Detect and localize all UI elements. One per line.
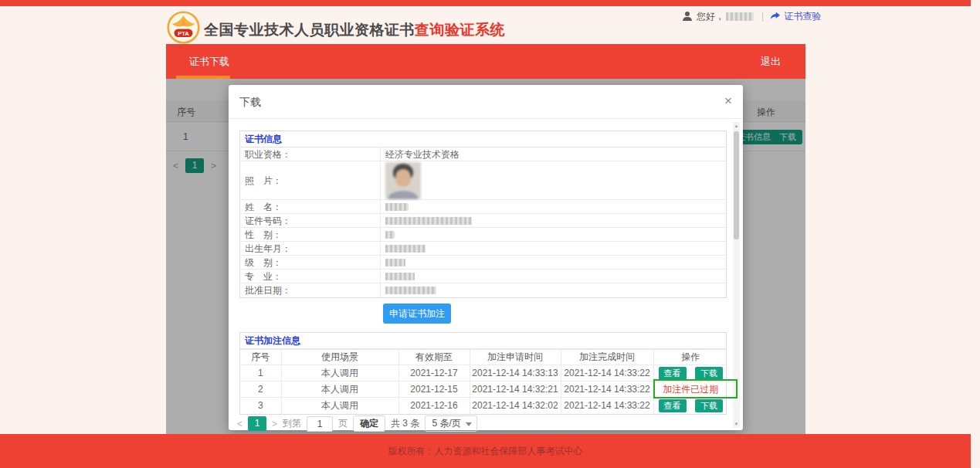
field-row-level: 级 别：	[240, 256, 726, 270]
field-value	[381, 270, 726, 283]
portrait-photo	[385, 162, 421, 199]
page-footer: 版权所有：人力资源和社会保障部人事考试中心	[0, 434, 971, 468]
user-info-bar: 您好， | 证书查验	[683, 10, 821, 22]
prev-page-icon[interactable]: <	[237, 419, 242, 429]
field-label: 级 别：	[240, 256, 381, 269]
field-label: 职业资格：	[240, 148, 381, 161]
field-label: 专 业：	[240, 270, 381, 283]
annotation-table-header: 序号 使用场景 有效期至 加注申请时间 加注完成时间 操作	[240, 350, 727, 365]
modal-header: 下载 ×	[229, 85, 743, 119]
field-row-gender: 性 别：	[240, 228, 726, 242]
pta-logo-icon: PTA	[167, 11, 200, 44]
scroll-down-icon[interactable]: ▼	[733, 420, 740, 428]
col-action: 操作	[653, 350, 727, 365]
logo-text: PTA	[178, 30, 189, 37]
app-window: PTA 全国专业技术人员职业资格证书查询验证系统 您好， | 证书查验 证书下载…	[0, 0, 980, 468]
field-row-id-number: 证件号码：	[240, 214, 726, 228]
download-modal: 下载 × 证书信息 职业资格： 经济专业技术资格 照 片： 姓 名：	[229, 85, 743, 430]
confirm-button[interactable]: 确定	[353, 415, 385, 432]
close-icon[interactable]: ×	[724, 93, 732, 109]
field-row-birth: 出生年月：	[240, 242, 726, 256]
field-label: 证件号码：	[240, 214, 381, 227]
total-count-label: 共 3 条	[391, 417, 419, 430]
field-row-qualification: 职业资格： 经济专业技术资格	[240, 148, 726, 161]
page-1-button[interactable]: 1	[248, 416, 266, 431]
highlight-box-expired	[653, 379, 738, 398]
field-row-name: 姓 名：	[240, 200, 726, 214]
field-label: 出生年月：	[240, 242, 381, 255]
modal-title: 下载	[239, 96, 261, 110]
field-row-photo: 照 片：	[240, 161, 726, 200]
field-row-major: 专 业：	[240, 270, 726, 283]
certificate-info-title: 证书信息	[240, 131, 726, 148]
download-button[interactable]: 下载	[695, 399, 723, 412]
field-value: 经济专业技术资格	[381, 148, 726, 161]
goto-suffix-label: 页	[338, 417, 348, 430]
scroll-up-icon[interactable]: ▲	[733, 122, 740, 130]
logout-button[interactable]: 退出	[761, 44, 781, 79]
user-icon	[683, 12, 693, 21]
field-row-approval-date: 批准日期：	[240, 283, 726, 297]
field-label: 照 片：	[240, 161, 381, 199]
divider: |	[761, 11, 764, 22]
page-size-value: 5 条/页	[432, 418, 460, 429]
user-name-redacted	[726, 12, 754, 21]
caret-down-icon	[466, 422, 472, 426]
field-value	[381, 228, 726, 241]
share-arrow-icon	[770, 11, 781, 22]
col-seq: 序号	[240, 350, 281, 365]
field-value	[381, 214, 726, 227]
goto-prefix-label: 到第	[283, 417, 301, 430]
col-apply-time: 加注申请时间	[470, 350, 561, 365]
col-scene: 使用场景	[281, 350, 398, 365]
page-title: 全国专业技术人员职业资格证书查询验证系统	[204, 20, 505, 40]
col-valid-until: 有效期至	[398, 350, 470, 365]
annotation-info-title: 证书加注信息	[240, 333, 726, 349]
page-title-accent: 查询验证系统	[415, 22, 505, 38]
field-value	[381, 256, 726, 269]
view-button[interactable]: 查看	[659, 367, 687, 380]
main-navbar: 证书下载 退出	[166, 44, 805, 79]
field-value	[381, 200, 726, 213]
col-complete-time: 加注完成时间	[561, 350, 653, 365]
view-button[interactable]: 查看	[659, 399, 687, 412]
table-row: 3 本人调用 2021-12-16 2021-12-14 14:32:02 20…	[240, 398, 727, 414]
annotation-info-section: 证书加注信息 序号 使用场景 有效期至 加注申请时间 加注完成时间 操作 1 本…	[239, 332, 727, 415]
tab-certificate-download[interactable]: 证书下载	[189, 44, 229, 79]
greeting-label: 您好，	[697, 10, 724, 23]
apply-annotation-button[interactable]: 申请证书加注	[383, 304, 451, 324]
goto-page-input[interactable]	[307, 416, 333, 432]
page-title-main: 全国专业技术人员职业资格证书	[204, 22, 415, 38]
field-value	[381, 161, 726, 199]
copyright-label: 版权所有：人力资源和社会保障部人事考试中心	[0, 434, 971, 468]
field-label: 批准日期：	[240, 283, 381, 297]
scrollbar-thumb[interactable]	[734, 131, 739, 239]
page-size-select[interactable]: 5 条/页	[425, 415, 476, 432]
modal-pagination: < 1 > 到第 页 确定 共 3 条 5 条/页	[237, 415, 477, 432]
certificate-info-section: 证书信息 职业资格： 经济专业技术资格 照 片： 姓 名： 证件号码：	[239, 131, 727, 298]
field-value	[381, 283, 726, 297]
field-label: 姓 名：	[240, 200, 381, 213]
field-value	[381, 242, 726, 255]
download-button[interactable]: 下载	[695, 367, 723, 380]
certificate-verify-link[interactable]: 证书查验	[784, 10, 821, 23]
next-page-icon[interactable]: >	[272, 419, 277, 429]
top-accent-bar	[0, 0, 971, 6]
field-label: 性 别：	[240, 228, 381, 241]
